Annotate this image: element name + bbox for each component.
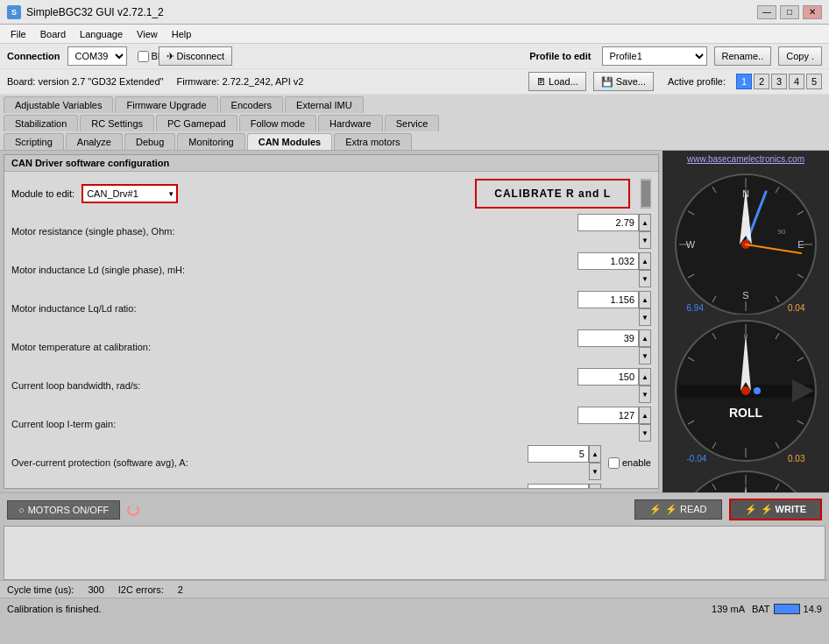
spinner-up-6[interactable]: ▲	[589, 445, 601, 463]
scrollbar-thumb[interactable]	[641, 180, 650, 207]
field-label-3: Motor temperature at calibration:	[11, 342, 577, 352]
load-button[interactable]: 🖹 Load...	[528, 72, 586, 91]
field-input-2[interactable]	[577, 291, 639, 308]
menu-language[interactable]: Language	[73, 27, 130, 41]
field-input-3[interactable]	[577, 329, 639, 347]
tab-adjustable-variables[interactable]: Adjustable Variables	[4, 96, 113, 113]
input-group-0: ▲ ▼	[577, 214, 651, 249]
read-button[interactable]: ⚡ ⚡ READ	[634, 499, 722, 520]
spinner-down-0[interactable]: ▼	[639, 231, 651, 249]
ble-checkbox-group: BLE	[138, 49, 152, 63]
enable-checkbox-6[interactable]	[608, 457, 620, 469]
profile-btn-5[interactable]: 5	[806, 74, 822, 89]
spinner-up-1[interactable]: ▲	[639, 252, 651, 270]
firmware-label: Firmware:	[177, 76, 220, 87]
menu-help[interactable]: Help	[165, 27, 199, 41]
field-input-1[interactable]	[577, 252, 639, 270]
field-input-0[interactable]	[577, 214, 639, 231]
spinner-up-0[interactable]: ▲	[639, 214, 651, 231]
cycle-time-value: 300	[88, 584, 103, 595]
minimize-button[interactable]: —	[757, 5, 776, 19]
profile-label: Profile to edit	[529, 51, 591, 61]
spinner-7: ▲ ▼	[589, 484, 601, 488]
tab-follow-mode[interactable]: Follow mode	[239, 115, 316, 131]
ble-checkbox[interactable]	[138, 51, 149, 62]
spinner-up-5[interactable]: ▲	[639, 407, 651, 424]
profile-btn-3[interactable]: 3	[771, 74, 787, 89]
copy-button[interactable]: Copy .	[778, 46, 822, 66]
connection-label: Connection	[7, 51, 60, 61]
module-select[interactable]: CAN_Drv#1	[81, 184, 178, 203]
spinner-up-4[interactable]: ▲	[639, 368, 651, 386]
svg-text:90: 90	[777, 228, 785, 236]
spinner-down-5[interactable]: ▼	[639, 424, 651, 442]
svg-point-43	[754, 387, 761, 394]
spinner-down-4[interactable]: ▼	[639, 386, 651, 403]
app-icon: S	[7, 5, 21, 19]
field-label-0: Motor resistance (single phase), Ohm:	[11, 226, 577, 237]
menu-board[interactable]: Board	[33, 27, 73, 41]
field-label-1: Motor inductance Ld (single phase), mH:	[11, 265, 577, 275]
rename-button[interactable]: Rename..	[714, 46, 772, 66]
spinner-5: ▲ ▼	[639, 407, 651, 442]
calibrate-button[interactable]: CALIBRATE R and L	[475, 179, 630, 209]
panel-title: CAN Driver software configuration	[4, 155, 658, 172]
tab-hardware[interactable]: Hardware	[318, 115, 383, 131]
motors-button[interactable]: ○ MOTORS ON/OFF	[7, 500, 120, 520]
spinner-0: ▲ ▼	[639, 214, 651, 249]
tab-extra-motors[interactable]: Extra motors	[334, 133, 411, 150]
field-input-7[interactable]	[528, 484, 589, 488]
profile-row2: Board: version 2.7 "GD32 Extended" Firmw…	[0, 69, 829, 95]
profile-numbers: 1 2 3 4 5	[736, 74, 822, 89]
input-group-1: ▲ ▼	[577, 252, 651, 287]
tab-service[interactable]: Service	[385, 115, 440, 131]
refresh-icon[interactable]	[127, 504, 139, 516]
spinner-down-6[interactable]: ▼	[589, 463, 601, 480]
tab-encoders[interactable]: Encoders	[220, 96, 283, 113]
tabs-row-3: Scripting Analyze Debug Monitoring CAN M…	[0, 131, 829, 150]
disconnect-button[interactable]: ✈ Disconnect	[159, 46, 232, 66]
close-button[interactable]: ✕	[803, 5, 822, 19]
tab-debug[interactable]: Debug	[124, 133, 175, 150]
input-group-2: ▲ ▼	[577, 291, 651, 326]
field-input-5[interactable]	[577, 407, 639, 424]
log-area	[4, 526, 825, 580]
spinner-1: ▲ ▼	[639, 252, 651, 287]
menu-view[interactable]: View	[130, 27, 165, 41]
website-link[interactable]: www.basecamelectronics.com	[687, 154, 804, 164]
field-input-4[interactable]	[577, 368, 639, 386]
gauge-top-values: 6.94 0.04	[670, 303, 823, 313]
current-reading: 139 mA	[712, 604, 745, 614]
tab-stabilization[interactable]: Stabilization	[4, 115, 78, 131]
spinner-down-2[interactable]: ▼	[639, 308, 651, 326]
tab-scripting[interactable]: Scripting	[4, 133, 64, 150]
menu-file[interactable]: File	[4, 27, 33, 41]
profile-btn-2[interactable]: 2	[754, 74, 769, 89]
left-content: CAN Driver software configuration Module…	[0, 151, 662, 492]
write-button[interactable]: ⚡ ⚡ WRITE	[729, 499, 823, 520]
panel-body: Module to edit: CAN_Drv#1 CALIBRATE R an…	[4, 172, 658, 488]
spinner-up-3[interactable]: ▲	[639, 329, 651, 347]
gauge-top-val1: 6.94	[687, 303, 704, 313]
profile-select[interactable]: Profile1	[602, 46, 707, 66]
tab-rc-settings[interactable]: RC Settings	[80, 115, 154, 131]
tab-analyze[interactable]: Analyze	[66, 133, 123, 150]
tab-monitoring[interactable]: Monitoring	[177, 133, 244, 150]
save-button[interactable]: 💾 Save...	[593, 72, 654, 91]
maximize-button[interactable]: □	[780, 5, 799, 19]
scrollbar-track[interactable]	[641, 179, 651, 209]
tab-pc-gamepad[interactable]: PC Gamepad	[156, 115, 237, 131]
profile-btn-4[interactable]: 4	[789, 74, 804, 89]
spinner-up-2[interactable]: ▲	[639, 291, 651, 308]
tab-external-imu[interactable]: External IMU	[285, 96, 364, 113]
spinner-down-1[interactable]: ▼	[639, 270, 651, 287]
field-row-3: Motor temperature at calibration: ▲ ▼	[8, 328, 655, 366]
port-select[interactable]: COM39	[67, 46, 127, 66]
profile-btn-1[interactable]: 1	[736, 74, 752, 89]
spinner-up-7[interactable]: ▲	[589, 484, 601, 488]
field-input-6[interactable]	[528, 445, 589, 463]
tab-can-modules[interactable]: CAN Modules	[247, 133, 333, 150]
module-select-wrapper: CAN_Drv#1	[81, 184, 178, 203]
spinner-down-3[interactable]: ▼	[639, 347, 651, 364]
tab-firmware-upgrade[interactable]: Firmware Upgrade	[115, 96, 217, 113]
